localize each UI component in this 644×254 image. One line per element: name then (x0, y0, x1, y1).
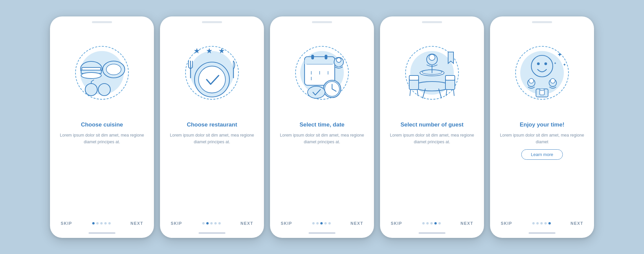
dot-4-4 (438, 222, 441, 224)
svg-point-14 (199, 66, 225, 93)
dot-4-2 (430, 222, 433, 224)
screen-5-title: Enjoy your time! (520, 121, 564, 129)
food-icon (68, 39, 136, 106)
svg-rect-44 (445, 75, 455, 80)
svg-point-6 (85, 84, 97, 96)
learn-more-button[interactable]: Learn more (521, 149, 563, 160)
next-button-1[interactable]: NEXT (130, 221, 143, 226)
dot-3-0 (312, 222, 315, 224)
screen-3-title: Select time, date (300, 121, 344, 129)
enjoy-icon: ✦ ✦ ✦ (508, 39, 576, 106)
screen-4-title: Select number of guest (400, 121, 464, 129)
svg-point-61 (550, 79, 555, 83)
svg-point-57 (544, 62, 547, 65)
phone-screen-1: Choose cuisine Lorem ipsum dolor sit dim… (50, 16, 154, 238)
screen-2-nav: SKIP NEXT (168, 221, 256, 232)
next-button-4[interactable]: NEXT (461, 221, 473, 226)
svg-point-55 (531, 55, 553, 77)
svg-text:✦: ✦ (554, 61, 556, 65)
svg-rect-36 (424, 86, 440, 88)
dot-3-2 (320, 222, 323, 224)
screen-3-nav: SKIP NEXT (278, 221, 366, 232)
dot-3-1 (316, 222, 319, 224)
screen-5-desc: Lorem ipsum dolor sit dim amet, mea regi… (498, 132, 586, 145)
svg-line-8 (91, 80, 94, 82)
dots-5 (532, 222, 551, 224)
screen-1-nav: SKIP NEXT (58, 221, 146, 232)
dot-1-3 (104, 222, 107, 224)
svg-text:✦: ✦ (557, 51, 562, 58)
dots-3 (312, 222, 331, 224)
dot-5-3 (544, 222, 547, 224)
dot-1-1 (96, 222, 99, 224)
svg-rect-27 (325, 55, 327, 59)
next-button-2[interactable]: NEXT (240, 221, 253, 226)
screen-1-desc: Lorem ipsum dolor sit dim amet, mea regi… (58, 132, 146, 145)
skip-button-4[interactable]: SKIP (391, 221, 402, 226)
illustration-area-1 (65, 29, 139, 116)
svg-rect-40 (409, 75, 419, 80)
screen-4-nav: SKIP NEXT (388, 221, 476, 232)
guest-icon (398, 39, 466, 106)
svg-point-33 (336, 58, 341, 62)
dot-1-0 (92, 222, 95, 224)
illustration-area-2: ★ ★ ★ (175, 29, 249, 116)
svg-point-48 (429, 54, 435, 60)
svg-point-34 (308, 86, 325, 98)
dot-2-1 (206, 222, 209, 224)
skip-button-5[interactable]: SKIP (501, 221, 512, 226)
dots-4 (422, 222, 441, 224)
illustration-area-5: ✦ ✦ ✦ (505, 29, 579, 116)
dots-1 (92, 222, 111, 224)
dot-3-4 (328, 222, 331, 224)
svg-point-3 (81, 72, 101, 79)
dot-2-0 (202, 222, 205, 224)
svg-rect-1 (82, 67, 101, 70)
svg-line-45 (446, 90, 447, 96)
screen-1-title: Choose cuisine (81, 121, 123, 129)
next-button-3[interactable]: NEXT (351, 221, 363, 226)
dot-5-0 (532, 222, 535, 224)
dot-3-3 (324, 222, 327, 224)
dot-5-4 (548, 222, 551, 224)
dot-1-4 (108, 222, 111, 224)
svg-line-41 (410, 90, 411, 96)
svg-rect-26 (311, 55, 314, 59)
calendar-icon (288, 39, 356, 106)
restaurant-icon: ★ ★ ★ (178, 39, 246, 106)
next-button-5[interactable]: NEXT (571, 221, 583, 226)
skip-button-3[interactable]: SKIP (281, 221, 292, 226)
phone-screen-3: Select time, date Lorem ipsum dolor sit … (270, 16, 374, 238)
learn-more-container: Learn more (521, 149, 563, 162)
phone-screen-5: ✦ ✦ ✦ (490, 16, 594, 238)
screen-2-title: Choose restaurant (187, 121, 237, 129)
svg-point-56 (537, 62, 540, 65)
dot-1-2 (100, 222, 103, 224)
dot-4-0 (422, 222, 425, 224)
illustration-area-4 (395, 29, 469, 116)
svg-point-59 (529, 79, 534, 83)
screen-3-desc: Lorem ipsum dolor sit dim amet, mea regi… (278, 132, 366, 145)
svg-text:★: ★ (206, 47, 213, 55)
illustration-area-3 (285, 29, 359, 116)
svg-rect-21 (305, 60, 335, 64)
svg-point-5 (106, 64, 121, 75)
svg-text:★: ★ (218, 47, 225, 55)
dot-2-4 (218, 222, 221, 224)
dot-5-1 (536, 222, 539, 224)
svg-point-64 (540, 89, 544, 91)
svg-text:✦: ✦ (563, 62, 566, 67)
dot-4-3 (434, 222, 437, 224)
dots-2 (202, 222, 221, 224)
skip-button-1[interactable]: SKIP (61, 221, 72, 226)
screens-container: Choose cuisine Lorem ipsum dolor sit dim… (50, 16, 594, 238)
screen-5-nav: SKIP NEXT (498, 221, 586, 232)
screen-4-desc: Lorem ipsum dolor sit dim amet, mea regi… (388, 132, 476, 145)
phone-screen-4: Select number of guest Lorem ipsum dolor… (380, 16, 484, 238)
svg-point-9 (98, 84, 110, 96)
svg-text:★: ★ (194, 47, 200, 55)
svg-line-42 (417, 90, 418, 96)
phone-screen-2: ★ ★ ★ (160, 16, 264, 238)
screen-2-desc: Lorem ipsum dolor sit dim amet, mea regi… (168, 132, 256, 145)
skip-button-2[interactable]: SKIP (171, 221, 182, 226)
